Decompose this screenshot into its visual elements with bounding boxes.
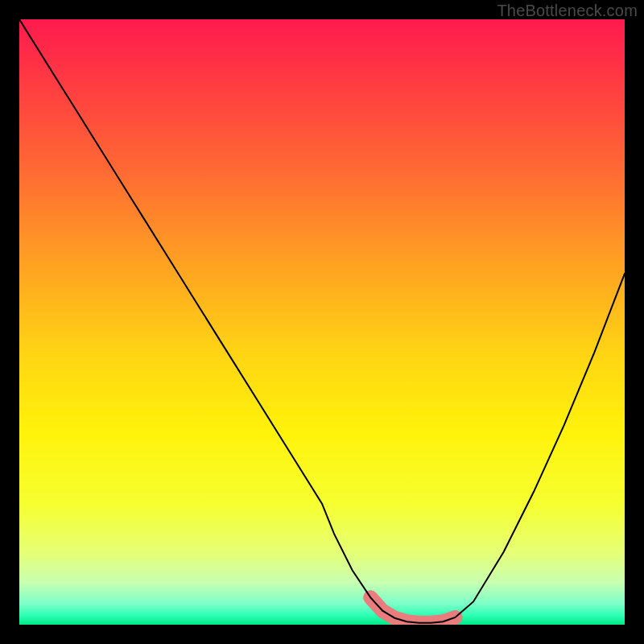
highlight-marker bbox=[370, 597, 455, 623]
chart-stage: TheBottleneck.com bbox=[0, 0, 644, 644]
bottleneck-curve bbox=[19, 19, 625, 623]
watermark-text: TheBottleneck.com bbox=[497, 2, 638, 20]
plot-area bbox=[19, 19, 625, 625]
curve-layer bbox=[19, 19, 625, 625]
